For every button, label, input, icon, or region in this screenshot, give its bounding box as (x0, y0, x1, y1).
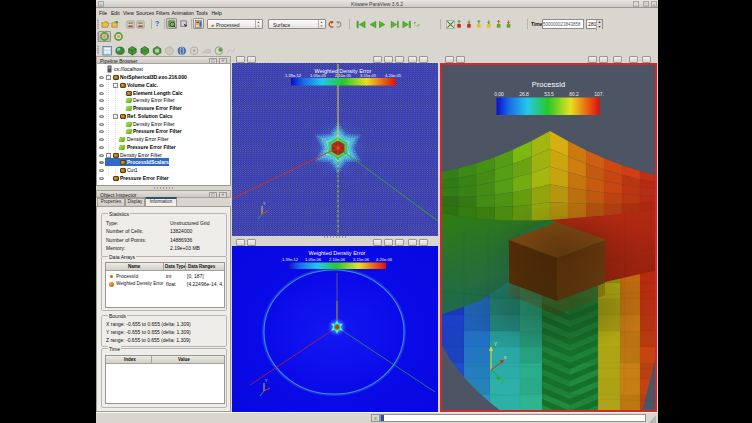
svg-text:Weighted Density Error: Weighted Density Error (309, 250, 366, 256)
svg-text:1.39e-12: 1.39e-12 (285, 73, 302, 78)
svg-text:3.15e-06: 3.15e-06 (353, 257, 370, 262)
svg-text:53.5: 53.5 (544, 91, 554, 97)
svg-text:1.39e-12: 1.39e-12 (282, 257, 299, 262)
svg-text:1.05e-05: 1.05e-05 (310, 73, 327, 78)
svg-text:0.00: 0.00 (494, 91, 504, 97)
svg-text:2.10e-05: 2.10e-05 (335, 73, 352, 78)
svg-text:1.05e-06: 1.05e-06 (305, 257, 322, 262)
svg-text:Y: Y (494, 341, 498, 347)
svg-text:2.10e-06: 2.10e-06 (329, 257, 346, 262)
svg-text:ProcessId: ProcessId (532, 80, 565, 89)
svg-text:4.20e-05: 4.20e-05 (385, 73, 402, 78)
svg-text:26.8: 26.8 (519, 91, 529, 97)
svg-text:107.: 107. (594, 91, 604, 97)
svg-text:3.15e-05: 3.15e-05 (360, 73, 377, 78)
svg-text:4.20e-06: 4.20e-06 (376, 257, 393, 262)
svg-text:80.2: 80.2 (569, 91, 579, 97)
